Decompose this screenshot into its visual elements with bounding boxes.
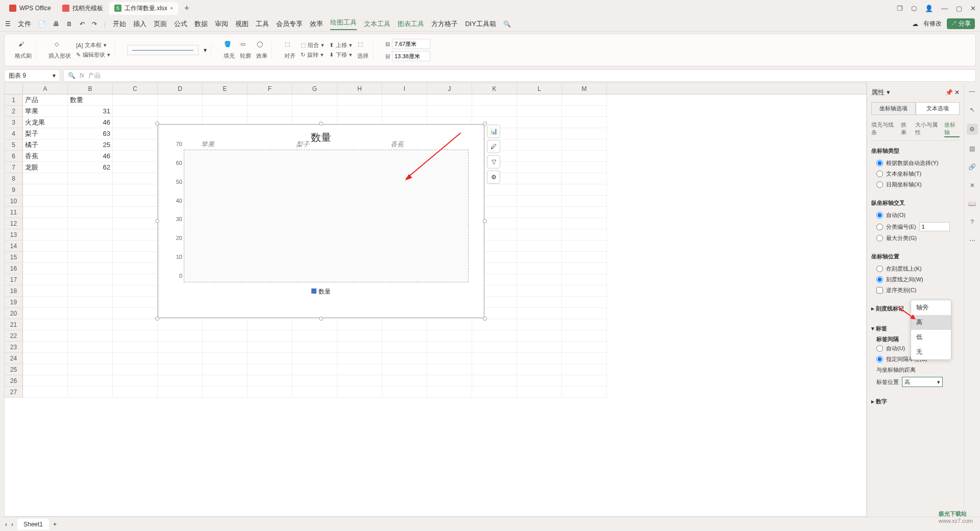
cell[interactable] bbox=[113, 252, 158, 263]
row-header[interactable]: 17 bbox=[5, 274, 23, 285]
column-header[interactable]: C bbox=[113, 83, 158, 94]
cell[interactable] bbox=[427, 375, 472, 387]
group-button[interactable]: ⬚ 组合 ▾ bbox=[301, 41, 324, 49]
print-preview-icon[interactable]: 🗎 bbox=[66, 20, 72, 28]
fill-button[interactable]: 🪣填充 bbox=[224, 41, 235, 60]
menu-diy[interactable]: DIY工具箱 bbox=[465, 19, 496, 29]
cell[interactable] bbox=[382, 106, 427, 117]
cell[interactable] bbox=[562, 375, 607, 387]
cell[interactable] bbox=[427, 364, 472, 375]
row-header[interactable]: 15 bbox=[5, 252, 23, 263]
pin-icon[interactable]: 📌 bbox=[945, 89, 953, 96]
row-header[interactable]: 25 bbox=[5, 364, 23, 375]
cell[interactable] bbox=[562, 285, 607, 297]
cell[interactable] bbox=[113, 308, 158, 319]
close-panel-icon[interactable]: ✕ bbox=[954, 89, 960, 96]
subtab-size[interactable]: 大小与属性 bbox=[915, 121, 941, 137]
cell[interactable] bbox=[23, 218, 68, 229]
row-header[interactable]: 16 bbox=[5, 263, 23, 274]
cell[interactable] bbox=[158, 330, 203, 342]
more-icon[interactable]: ⋯ bbox=[968, 236, 977, 245]
close-tab-icon[interactable]: • bbox=[170, 4, 173, 12]
cell[interactable] bbox=[517, 353, 562, 364]
cell[interactable] bbox=[113, 263, 158, 274]
chart-settings-button[interactable]: ⚙ bbox=[487, 171, 500, 184]
row-header[interactable]: 27 bbox=[5, 387, 23, 398]
cell[interactable]: 25 bbox=[68, 139, 113, 151]
cell[interactable] bbox=[248, 375, 292, 387]
cell[interactable] bbox=[517, 218, 562, 229]
cell[interactable]: 苹果 bbox=[23, 106, 68, 117]
cell[interactable] bbox=[23, 342, 68, 353]
cell[interactable] bbox=[337, 330, 382, 342]
cell[interactable] bbox=[472, 319, 517, 330]
cell[interactable] bbox=[68, 330, 113, 342]
cell[interactable] bbox=[517, 229, 562, 240]
cell[interactable] bbox=[113, 285, 158, 297]
cell[interactable] bbox=[23, 364, 68, 375]
cell[interactable] bbox=[562, 387, 607, 398]
cell[interactable] bbox=[113, 353, 158, 364]
radio-between-tick[interactable]: 刻度线之间(W) bbox=[871, 274, 960, 285]
cell[interactable] bbox=[562, 240, 607, 252]
cell[interactable] bbox=[248, 353, 292, 364]
cell[interactable] bbox=[337, 387, 382, 398]
cell[interactable] bbox=[248, 342, 292, 353]
menu-data[interactable]: 数据 bbox=[194, 19, 208, 29]
cell[interactable] bbox=[23, 207, 68, 218]
cell[interactable] bbox=[113, 106, 158, 117]
cell[interactable] bbox=[472, 353, 517, 364]
cell[interactable] bbox=[23, 375, 68, 387]
cell[interactable] bbox=[562, 151, 607, 162]
row-header[interactable]: 8 bbox=[5, 173, 23, 184]
row-header[interactable]: 26 bbox=[5, 375, 23, 387]
cell[interactable] bbox=[68, 342, 113, 353]
align-button[interactable]: ⬚对齐 bbox=[284, 41, 296, 60]
row-header[interactable]: 2 bbox=[5, 106, 23, 117]
cell[interactable] bbox=[113, 196, 158, 207]
row-header[interactable]: 4 bbox=[5, 128, 23, 139]
cell[interactable]: 龙眼 bbox=[23, 162, 68, 173]
cell[interactable] bbox=[517, 375, 562, 387]
cross-icon[interactable]: ✕ bbox=[968, 181, 977, 190]
check-reverse[interactable]: 逆序类别(C) bbox=[871, 285, 960, 296]
add-tab-button[interactable]: + bbox=[179, 3, 195, 14]
menu-ffkz[interactable]: 方方格子 bbox=[431, 19, 458, 29]
formula-input[interactable]: 🔍 fx 产品 bbox=[63, 69, 976, 82]
cell[interactable] bbox=[68, 297, 113, 308]
cell[interactable]: 数量 bbox=[68, 94, 113, 106]
menu-page[interactable]: 页面 bbox=[154, 19, 167, 29]
cell[interactable] bbox=[68, 184, 113, 196]
column-header[interactable]: M bbox=[562, 83, 607, 94]
radio-cross-max[interactable]: 最大分类(G) bbox=[871, 233, 960, 244]
cell[interactable] bbox=[337, 106, 382, 117]
layer-icon[interactable]: ▤ bbox=[968, 144, 977, 153]
cell[interactable] bbox=[382, 319, 427, 330]
radio-on-tick[interactable]: 在刻度线上(K) bbox=[871, 263, 960, 274]
cell[interactable] bbox=[68, 285, 113, 297]
redo-icon[interactable]: ↷ bbox=[92, 20, 97, 28]
cell[interactable] bbox=[562, 162, 607, 173]
style-dropdown-icon[interactable]: ▾ bbox=[204, 46, 207, 54]
cell[interactable] bbox=[158, 342, 203, 353]
cell[interactable] bbox=[562, 94, 607, 106]
cell[interactable] bbox=[292, 353, 337, 364]
cursor-icon[interactable]: ↖ bbox=[968, 105, 977, 114]
cell[interactable] bbox=[158, 94, 203, 106]
cell[interactable] bbox=[562, 117, 607, 128]
cell[interactable] bbox=[203, 375, 248, 387]
column-header[interactable]: J bbox=[427, 83, 472, 94]
row-header[interactable]: 24 bbox=[5, 353, 23, 364]
cell[interactable] bbox=[113, 387, 158, 398]
cell[interactable] bbox=[113, 139, 158, 151]
cell[interactable] bbox=[203, 364, 248, 375]
cell[interactable] bbox=[517, 207, 562, 218]
minimize-icon[interactable]: — bbox=[941, 5, 948, 12]
cell[interactable]: 火龙果 bbox=[23, 117, 68, 128]
maximize-icon[interactable]: ▢ bbox=[956, 5, 962, 12]
column-header[interactable]: K bbox=[472, 83, 517, 94]
radio-cross-auto[interactable]: 自动(O) bbox=[871, 210, 960, 221]
column-header[interactable]: A bbox=[23, 83, 68, 94]
sheet-next-icon[interactable]: › bbox=[11, 521, 13, 528]
cell[interactable] bbox=[248, 387, 292, 398]
